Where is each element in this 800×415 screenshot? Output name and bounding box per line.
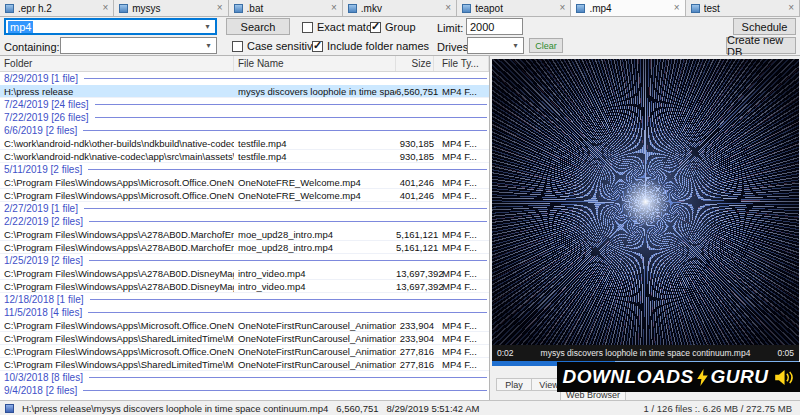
date-group-divider <box>95 117 487 118</box>
include-folder-names-checkbox[interactable] <box>312 41 323 52</box>
tab-icon <box>5 4 14 13</box>
limit-input[interactable]: 2000 <box>466 18 523 35</box>
tab-icon <box>234 4 243 13</box>
cell-folder: C:\Program Files\WindowsApps\A278AB0D.Ma… <box>0 242 234 253</box>
search-tab-1[interactable]: mysys× <box>114 0 228 16</box>
cell-size: 233,904 <box>396 320 434 331</box>
date-group-label: 7/24/2019 [24 files] <box>0 99 89 110</box>
file-row[interactable]: C:\Program Files\WindowsApps\A278AB0D.Di… <box>0 267 489 280</box>
search-tab-4[interactable]: teapot× <box>457 0 571 16</box>
column-header-filetype[interactable]: File Ty... <box>434 56 489 71</box>
column-header-filename[interactable]: File Name <box>234 56 396 71</box>
tab-close-icon[interactable]: × <box>445 3 451 13</box>
cell-folder: C:\Program Files\WindowsApps\Microsoft.O… <box>0 320 234 331</box>
cell-filename: moe_upd28_intro.mp4 <box>234 229 396 240</box>
file-row[interactable]: C:\Program Files\WindowsApps\A278AB0D.Di… <box>0 280 489 293</box>
date-group-divider <box>88 169 487 170</box>
schedule-button[interactable]: Schedule <box>733 18 796 35</box>
cell-size: 13,697,392 <box>396 281 434 292</box>
exact-match-checkbox[interactable] <box>302 22 313 33</box>
tab-label: .bat <box>247 3 327 14</box>
search-tab-6[interactable]: test× <box>686 0 800 16</box>
date-group-label: 11/5/2018 [4 files] <box>0 307 82 318</box>
file-row[interactable]: C:\Program Files\WindowsApps\Microsoft.O… <box>0 189 489 202</box>
search-query-combobox[interactable]: mp4 ▾ <box>4 18 217 35</box>
total-time: 0:05 <box>777 348 794 358</box>
tab-close-icon[interactable]: × <box>560 3 566 13</box>
cell-folder: C:\Program Files\WindowsApps\Microsoft.O… <box>0 346 234 357</box>
group-checkbox[interactable] <box>370 22 381 33</box>
chevron-down-icon[interactable]: ▾ <box>200 22 215 31</box>
containing-combobox[interactable]: ▾ <box>60 37 217 54</box>
tab-label: .mkv <box>361 3 441 14</box>
cell-folder: C:\work\android-ndk\native-codec\app\src… <box>0 151 234 162</box>
cell-filename: OneNoteFirstRunCarousel_Animation1.mp4 <box>234 333 396 344</box>
file-row[interactable]: C:\Program Files\WindowsApps\A278AB0D.Ma… <box>0 228 489 241</box>
tab-label: .mp4 <box>589 3 669 14</box>
file-row[interactable]: H:\press releasemysys discovers loophole… <box>0 85 489 98</box>
tab-label: mysys <box>132 3 212 14</box>
case-sensitive-option[interactable]: Case sensitive <box>232 40 319 52</box>
search-tab-5[interactable]: .mp4× <box>571 0 685 16</box>
tab-close-icon[interactable]: × <box>788 3 794 13</box>
file-row[interactable]: C:\work\android-ndk\other-builds\ndkbuil… <box>0 137 489 150</box>
file-row[interactable]: C:\Program Files\WindowsApps\SharedLimit… <box>0 332 489 345</box>
cell-filetype: MP4 F... <box>434 151 489 162</box>
search-tab-3[interactable]: .mkv× <box>343 0 457 16</box>
elapsed-time: 0:02 <box>497 348 514 358</box>
group-label: Group <box>385 21 416 33</box>
column-header-folder[interactable]: Folder <box>0 56 234 71</box>
tab-close-icon[interactable]: × <box>217 3 223 13</box>
date-group-row: 9/4/2018 [2 files] <box>0 384 489 397</box>
date-group-divider <box>90 299 487 300</box>
search-button[interactable]: Search <box>226 18 290 35</box>
file-row[interactable]: C:\Program Files\WindowsApps\Microsoft.O… <box>0 319 489 332</box>
include-folder-names-label: Include folder names <box>327 40 429 52</box>
tab-close-icon[interactable]: × <box>331 3 337 13</box>
file-row[interactable]: C:\Program Files\WindowsApps\SharedLimit… <box>0 358 489 371</box>
date-group-divider <box>88 312 487 313</box>
file-row[interactable]: C:\Program Files\WindowsApps\Microsoft.O… <box>0 176 489 189</box>
cell-folder: C:\work\android-ndk\other-builds\ndkbuil… <box>0 138 234 149</box>
file-row[interactable]: C:\Program Files\WindowsApps\Microsoft.O… <box>0 345 489 358</box>
group-option[interactable]: Group <box>370 21 416 33</box>
date-group-row: 11/5/2018 [4 files] <box>0 306 489 319</box>
search-tab-2[interactable]: .bat× <box>229 0 343 16</box>
date-group-divider <box>95 104 487 105</box>
status-file-path: H:\press release\mysys discovers loophol… <box>22 403 328 414</box>
cell-size: 277,816 <box>396 346 434 357</box>
date-group-row: 2/27/2019 [1 file] <box>0 202 489 215</box>
case-sensitive-checkbox[interactable] <box>232 41 243 52</box>
date-group-divider <box>84 78 487 79</box>
cell-filetype: MP4 F... <box>434 346 489 357</box>
file-row[interactable]: C:\work\android-ndk\native-codec\app\src… <box>0 150 489 163</box>
video-preview[interactable] <box>492 59 799 345</box>
cell-filetype: MP4 F... <box>434 229 489 240</box>
cell-size: 930,185 <box>396 138 434 149</box>
chevron-down-icon[interactable]: ▾ <box>201 41 216 50</box>
column-header-size[interactable]: Size <box>396 56 434 71</box>
cell-size: 5,161,121 <box>396 242 434 253</box>
exact-match-option[interactable]: Exact match <box>302 21 378 33</box>
clear-button[interactable]: Clear <box>529 38 563 53</box>
file-row[interactable]: C:\Program Files\WindowsApps\A278AB0D.Ma… <box>0 241 489 254</box>
tab-close-icon[interactable]: × <box>674 3 680 13</box>
tab-close-icon[interactable]: × <box>102 3 108 13</box>
search-tab-0[interactable]: .epr h.2× <box>0 0 114 16</box>
date-group-label: 1/25/2019 [2 files] <box>0 255 83 266</box>
cell-size: 5,161,121 <box>396 229 434 240</box>
drives-combobox[interactable]: ▾ <box>467 37 524 54</box>
tab-play[interactable]: Play <box>496 378 532 391</box>
chevron-down-icon[interactable]: ▾ <box>508 41 523 50</box>
results-header: Folder File Name Size File Ty... <box>0 56 489 72</box>
date-group-row: 7/22/2019 [26 files] <box>0 111 489 124</box>
cell-filetype: MP4 F... <box>434 177 489 188</box>
create-new-db-button[interactable]: Create new DB <box>726 37 796 54</box>
cell-filename: OneNoteFirstRunCarousel_Animation1.mp4 <box>234 320 396 331</box>
cell-filetype: MP4 F... <box>434 86 489 97</box>
player-title: mysys discovers loophole in time space c… <box>519 348 773 358</box>
cell-folder: C:\Program Files\WindowsApps\A278AB0D.Ma… <box>0 229 234 240</box>
status-file-size: 6,560,751 <box>336 403 378 414</box>
tab-icon <box>119 4 128 13</box>
include-folder-names-option[interactable]: Include folder names <box>312 40 429 52</box>
